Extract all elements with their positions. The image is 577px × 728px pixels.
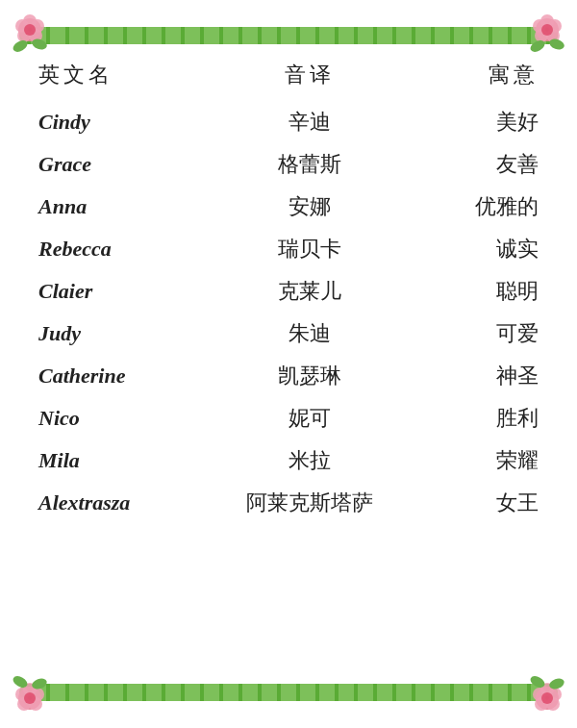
header-meaning: 寓意	[422, 53, 548, 101]
border-bottom	[19, 684, 558, 701]
cell-english: Judy	[29, 313, 198, 355]
header-phonetic: 音译	[198, 53, 421, 101]
table-row: Catherine凯瑟琳神圣	[29, 355, 548, 397]
cell-phonetic: 辛迪	[198, 101, 421, 143]
cell-english: Alextrasza	[29, 482, 198, 524]
cell-english: Grace	[29, 143, 198, 186]
cell-phonetic: 米拉	[198, 439, 421, 482]
cell-english: Mila	[29, 439, 198, 482]
cell-phonetic: 克莱儿	[198, 270, 421, 313]
cell-meaning: 可爱	[422, 313, 548, 355]
cell-english: Nico	[29, 397, 198, 439]
content: 英文名 音译 寓意 Cindy辛迪美好Grace格蕾斯友善Anna安娜优雅的Re…	[29, 53, 548, 675]
cell-meaning: 女王	[422, 482, 548, 524]
cell-meaning: 神圣	[422, 355, 548, 397]
cell-phonetic: 妮可	[198, 397, 421, 439]
rose-bottom-right	[523, 674, 571, 722]
table-row: Anna安娜优雅的	[29, 186, 548, 228]
header-english: 英文名	[29, 53, 198, 101]
svg-point-15	[541, 24, 553, 36]
cell-meaning: 胜利	[422, 397, 548, 439]
cell-phonetic: 阿莱克斯塔萨	[198, 482, 421, 524]
table-row: Alextrasza阿莱克斯塔萨女王	[29, 482, 548, 524]
cell-phonetic: 凯瑟琳	[198, 355, 421, 397]
border-top	[19, 27, 558, 44]
table-header-row: 英文名 音译 寓意	[29, 53, 548, 101]
svg-point-24	[24, 692, 36, 704]
cell-meaning: 荣耀	[422, 439, 548, 482]
table-row: Rebecca瑞贝卡诚实	[29, 228, 548, 270]
svg-point-6	[24, 24, 36, 36]
name-table: 英文名 音译 寓意 Cindy辛迪美好Grace格蕾斯友善Anna安娜优雅的Re…	[29, 53, 548, 524]
cell-english: Cindy	[29, 101, 198, 143]
cell-english: Anna	[29, 186, 198, 228]
cell-english: Rebecca	[29, 228, 198, 270]
table-row: Mila米拉荣耀	[29, 439, 548, 482]
table-row: Cindy辛迪美好	[29, 101, 548, 143]
name-table-container: 英文名 音译 寓意 Cindy辛迪美好Grace格蕾斯友善Anna安娜优雅的Re…	[29, 53, 548, 675]
cell-meaning: 美好	[422, 101, 548, 143]
rose-top-left	[6, 6, 54, 54]
rose-top-right	[523, 6, 571, 54]
cell-phonetic: 格蕾斯	[198, 143, 421, 186]
table-row: Grace格蕾斯友善	[29, 143, 548, 186]
svg-point-33	[541, 692, 553, 704]
rose-bottom-left	[6, 674, 54, 722]
table-row: Nico妮可胜利	[29, 397, 548, 439]
cell-meaning: 聪明	[422, 270, 548, 313]
table-row: Claier克莱儿聪明	[29, 270, 548, 313]
cell-phonetic: 瑞贝卡	[198, 228, 421, 270]
cell-meaning: 诚实	[422, 228, 548, 270]
cell-meaning: 优雅的	[422, 186, 548, 228]
cell-english: Claier	[29, 270, 198, 313]
table-row: Judy朱迪可爱	[29, 313, 548, 355]
cell-meaning: 友善	[422, 143, 548, 186]
cell-english: Catherine	[29, 355, 198, 397]
cell-phonetic: 安娜	[198, 186, 421, 228]
cell-phonetic: 朱迪	[198, 313, 421, 355]
page: 英文名 音译 寓意 Cindy辛迪美好Grace格蕾斯友善Anna安娜优雅的Re…	[0, 0, 577, 728]
